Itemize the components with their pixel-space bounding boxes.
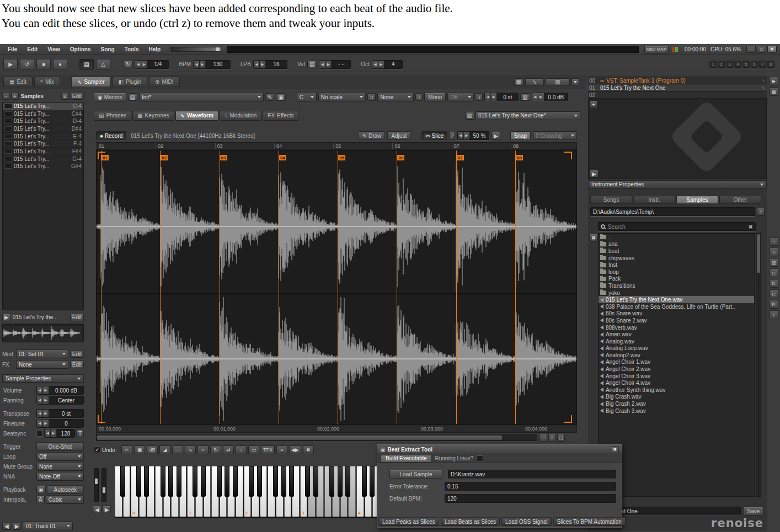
folder-row[interactable]: beat [599, 248, 754, 255]
dialog-action-button[interactable]: Load Peaks as Slices [378, 517, 439, 526]
track-select[interactable]: 01: Track 01 [23, 522, 73, 530]
block-button[interactable]: 3 [726, 61, 733, 68]
file-row[interactable]: 038 Palace of the Sea Goddess, Life on T… [599, 303, 754, 310]
slice-button[interactable]: ✂Slice [421, 131, 447, 140]
stats-icon[interactable]: ▥ [770, 258, 778, 267]
menu-item[interactable]: Help [144, 45, 165, 53]
tuning-button[interactable]: ♪ [415, 93, 423, 101]
tab-midi[interactable]: ⊕MIDI [149, 77, 180, 87]
sample-row[interactable]: 015 Let's Try... G-4 [3, 155, 83, 163]
list-view-button[interactable]: ≡ [61, 92, 69, 100]
save-button[interactable]: Save [743, 507, 763, 515]
browser-tab[interactable]: Other [719, 196, 761, 204]
tab-mix[interactable]: ≡Mix [34, 77, 60, 87]
normalize-icon[interactable]: ↕ [236, 445, 247, 454]
wave-scrollbar-handle[interactable] [97, 436, 502, 440]
instrument-slot-01[interactable]: 01 015 Let's Try the Next One ∿ [588, 84, 767, 92]
sample-path-field[interactable]: D:\Krantz.wav [448, 470, 616, 479]
piano-black-key[interactable] [249, 466, 254, 497]
record-button[interactable]: ● [53, 59, 67, 70]
wave-ruler[interactable]: 01 02 03 04 05 06 07 08 [96, 142, 577, 150]
block-button[interactable]: 8 [767, 61, 774, 68]
load-sample-button[interactable]: Load Sample [389, 470, 442, 479]
instrument-nav-button[interactable]: ▥ [465, 112, 474, 120]
search-input[interactable]: Search ✖ [598, 222, 756, 231]
noise-icon[interactable]: ≈ [197, 445, 209, 454]
scale-select[interactable]: No scale [318, 93, 366, 101]
keyboard-range-slider[interactable] [101, 468, 106, 502]
browser-tab[interactable]: Songs [590, 196, 632, 204]
rename-button[interactable]: ✎ [265, 93, 274, 101]
drive-button[interactable]: C: [770, 268, 778, 277]
undo-checkbox[interactable]: ✓ [94, 447, 100, 453]
mono-button[interactable]: Mono [424, 93, 446, 101]
scope-wave-button[interactable]: ∿ [525, 78, 544, 86]
file-row[interactable]: Analog Loop.wav [599, 345, 754, 352]
piano-black-key[interactable] [345, 466, 350, 497]
dc-offset-icon[interactable]: — [172, 445, 183, 454]
sample-list-edit-button[interactable]: Edit [70, 92, 84, 100]
master-volume-slider[interactable] [170, 47, 221, 52]
delete-icon[interactable]: ✖ [303, 445, 314, 454]
stop-button[interactable]: ■ [36, 59, 51, 70]
menu-item[interactable]: Edit [23, 45, 42, 53]
browser-tab[interactable]: Instr. [633, 196, 675, 204]
block-button[interactable]: 4 [734, 61, 741, 68]
slice-knife-button[interactable]: ∕ [450, 132, 455, 139]
piano-black-key[interactable] [313, 466, 318, 497]
block-button[interactable]: 6 [751, 61, 758, 68]
browser-tab[interactable]: Samples [676, 196, 718, 204]
fx-chain-select[interactable]: None [16, 360, 68, 369]
file-browser-scrollbar[interactable] [756, 233, 761, 497]
upper-frame-button[interactable]: ▦ [514, 78, 523, 86]
interpolation-select[interactable]: Cubic [46, 495, 84, 504]
finetune-stepper[interactable]: ◀▶0 [36, 419, 84, 428]
current-sample-edit-button[interactable]: Edit [70, 314, 84, 321]
folder-row[interactable]: chipwaves [599, 255, 754, 262]
dialog-action-button[interactable]: Slices To BPM Automation [553, 517, 626, 526]
menu-icon[interactable]: ≡ [276, 445, 287, 454]
fx-edit-button[interactable]: Edit [70, 361, 84, 368]
home-icon[interactable]: ⌂ [770, 237, 778, 246]
octave-down-button[interactable]: ◀ [93, 506, 101, 513]
swap-channels-icon[interactable]: ⇄ [223, 445, 234, 454]
play-button[interactable]: ▶ [3, 59, 18, 70]
instrument-properties-header[interactable]: Instrument Properties [588, 180, 767, 189]
dialog-action-button[interactable]: Load Beats as Slices [441, 517, 500, 526]
sample-properties-header[interactable]: Sample Properties [2, 374, 84, 383]
file-row[interactable]: Angel Choir 2.wav [599, 366, 754, 373]
snap-mode-select[interactable]: 0 Crossing [533, 131, 577, 140]
preview-speaker-button[interactable]: ▶ [590, 170, 599, 178]
wave-scrollbar[interactable] [96, 434, 537, 441]
phrase-select[interactable]: None [377, 93, 414, 101]
sample-row[interactable]: 015 Let's Try... D-4 [3, 117, 83, 125]
draw-wave-icon[interactable]: ∿ [185, 445, 196, 454]
oct-stepper[interactable]: ◀▶4 [372, 60, 403, 69]
instrument-slots-empty-area[interactable]: + ▶ [588, 99, 767, 179]
autoseek-button[interactable]: Autoseek [47, 485, 84, 494]
piano-black-key[interactable] [289, 466, 294, 497]
save-preset-button[interactable]: ▣ [276, 93, 285, 101]
piano-black-key[interactable] [217, 466, 222, 497]
slot-scope-icon[interactable]: ∿ [761, 85, 765, 90]
file-row[interactable]: Angel Choir 1.wav [599, 359, 754, 366]
gain-icon[interactable]: dB [147, 445, 158, 454]
file-row[interactable]: Amen.wav [599, 331, 754, 338]
key-select[interactable]: C [297, 93, 317, 101]
mod-set-select[interactable]: 01: Set 01 [16, 350, 68, 358]
piano-black-key[interactable] [225, 466, 229, 497]
drive-button[interactable]: I: [770, 310, 778, 319]
beatsync-checkbox[interactable] [36, 430, 43, 437]
nudge-icon[interactable]: ◀▶ [289, 445, 301, 454]
vel-keyboard-button[interactable]: ▤ [307, 61, 317, 68]
keyboard-velocity-slider[interactable] [94, 468, 99, 502]
piano-black-key[interactable] [281, 466, 286, 497]
transpose-stepper[interactable]: ◀▶0 st [36, 409, 84, 418]
file-row[interactable]: 80s Snare.wav [599, 310, 754, 318]
sample-row[interactable]: 015 Let's Try... E-4 [3, 133, 83, 141]
octave-up-button[interactable]: ▶ [103, 506, 111, 513]
file-row[interactable]: Analog.wav [599, 338, 754, 345]
tab-waveform[interactable]: ∿Waveform [175, 111, 218, 121]
grid-view-icon[interactable]: ▦ [770, 87, 778, 96]
piano-black-key[interactable] [168, 466, 173, 497]
